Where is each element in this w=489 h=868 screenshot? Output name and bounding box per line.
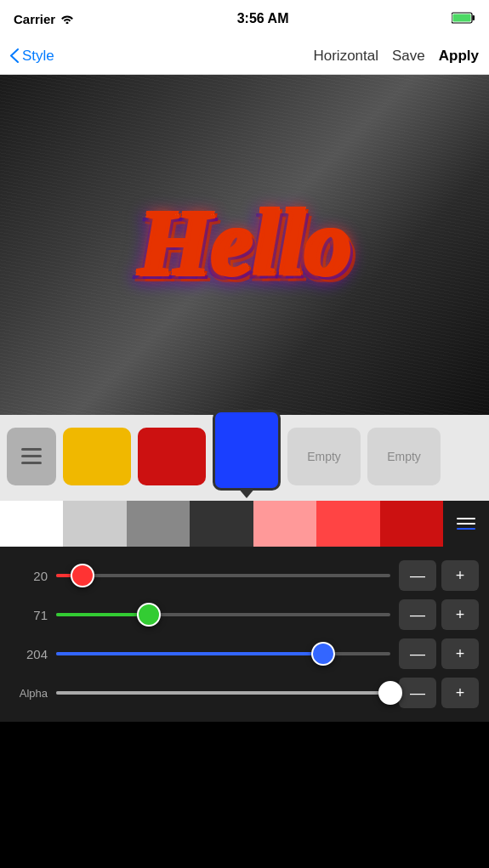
blue-slider-track[interactable]: [56, 642, 390, 666]
green-slider-fill: [56, 613, 149, 616]
menu-lines-icon: [21, 448, 42, 464]
alpha-minus-button[interactable]: —: [399, 678, 436, 708]
spectrum-lightred: [253, 501, 316, 547]
blue-slider-fill: [56, 652, 323, 655]
green-slider-thumb[interactable]: [137, 603, 161, 627]
blue-slider-row: 204 — +: [10, 638, 479, 669]
spectrum-menu-icon: [457, 518, 475, 530]
svg-rect-2: [453, 14, 471, 21]
status-left: Carrier: [14, 12, 74, 26]
nav-bar: Style Horizontal Save Apply: [0, 37, 489, 75]
wifi-icon: [60, 12, 74, 26]
red-slider-track[interactable]: [56, 564, 390, 587]
alpha-slider-thumb[interactable]: [378, 681, 402, 705]
sliders-container: 20 — + 71 — +: [0, 547, 489, 722]
back-button[interactable]: Style: [10, 48, 54, 65]
color-panel: 20 — + 71 — +: [0, 501, 489, 722]
status-bar: Carrier 3:56 AM: [0, 0, 489, 37]
spectrum-gray: [127, 501, 190, 547]
spectrum-white: [0, 501, 63, 547]
red-slider-thumb[interactable]: [71, 564, 94, 587]
green-slider-row: 71 — +: [10, 599, 479, 630]
horizontal-button[interactable]: Horizontal: [313, 48, 378, 65]
back-label: Style: [22, 48, 54, 65]
swatch-blue-selected[interactable]: [213, 410, 281, 491]
green-slider-track[interactable]: [56, 603, 390, 627]
blue-slider-thumb[interactable]: [311, 642, 335, 666]
carrier-label: Carrier: [14, 12, 55, 26]
spectrum-red: [316, 501, 379, 547]
green-plus-button[interactable]: +: [441, 599, 479, 630]
svg-rect-1: [473, 15, 475, 20]
alpha-label-text: Alpha: [10, 687, 48, 700]
nav-actions: Horizontal Save Apply: [313, 48, 479, 65]
swatch-yellow[interactable]: [63, 428, 131, 485]
red-slider-row: 20 — +: [10, 560, 479, 591]
spectrum-darkgray: [190, 501, 253, 547]
swatch-red[interactable]: [138, 428, 206, 485]
alpha-slider-fill: [56, 691, 390, 695]
battery-icon: [452, 12, 475, 26]
red-minus-button[interactable]: —: [399, 560, 436, 591]
blue-minus-button[interactable]: —: [399, 638, 436, 669]
status-right: [452, 12, 475, 26]
canvas-area: Hello: [0, 75, 489, 415]
red-slider-controls: — +: [399, 560, 479, 591]
save-button[interactable]: Save: [392, 48, 425, 65]
canvas-background: Hello: [0, 75, 489, 415]
swatch-empty-1[interactable]: Empty: [287, 428, 361, 485]
apply-button[interactable]: Apply: [439, 48, 479, 65]
blue-slider-controls: — +: [399, 638, 479, 669]
swatches-panel: Empty Empty: [0, 415, 489, 501]
canvas-text[interactable]: Hello: [138, 189, 351, 297]
alpha-slider-row: Alpha — +: [10, 678, 479, 708]
alpha-plus-button[interactable]: +: [441, 678, 479, 708]
green-minus-button[interactable]: —: [399, 599, 436, 630]
spectrum-lightgray: [63, 501, 126, 547]
red-plus-button[interactable]: +: [441, 560, 479, 591]
alpha-slider-controls: — +: [399, 678, 479, 708]
spectrum-darkred: [380, 501, 443, 547]
blue-plus-button[interactable]: +: [441, 638, 479, 669]
swatch-empty-2[interactable]: Empty: [367, 428, 441, 485]
spectrum-menu-button[interactable]: [443, 501, 489, 547]
green-slider-label: 71: [10, 608, 48, 622]
swatch-menu-button[interactable]: [7, 428, 56, 485]
green-slider-controls: — +: [399, 599, 479, 630]
red-slider-label: 20: [10, 569, 48, 583]
alpha-slider-track[interactable]: [56, 681, 390, 705]
blue-slider-label: 204: [10, 647, 48, 661]
color-spectrum: [0, 501, 489, 547]
status-time: 3:56 AM: [237, 11, 289, 26]
